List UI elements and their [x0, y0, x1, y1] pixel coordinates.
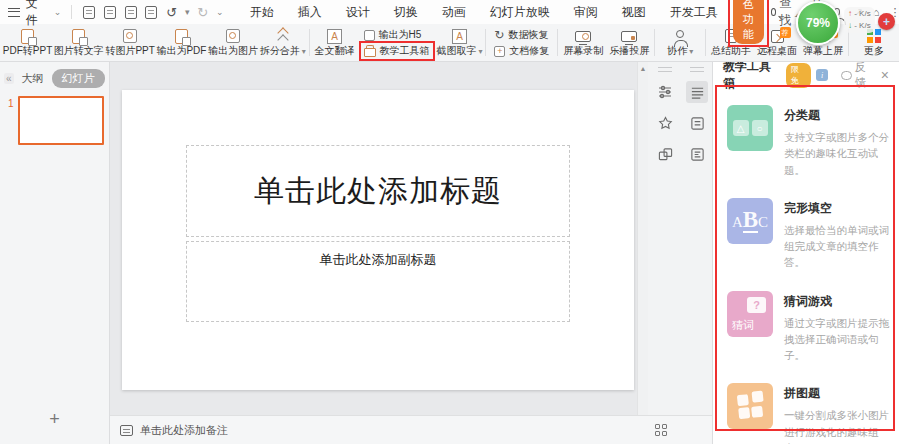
card-title: 猜词游戏 — [784, 293, 896, 310]
slide-thumbnail[interactable] — [18, 96, 104, 145]
notes-placeholder[interactable]: 单击此处添加备注 — [140, 423, 228, 438]
vertical-scrollbar[interactable]: ▲ — [637, 62, 648, 415]
percent-ball[interactable]: 79% — [796, 1, 840, 45]
teaching-toolbox-icon — [364, 48, 376, 57]
tab-transition[interactable]: 切换 — [382, 1, 430, 24]
card-desc: 支持文字或图片多个分类栏的趣味化互动试题。 — [784, 129, 896, 178]
undo-button[interactable]: ↺ — [164, 4, 179, 20]
doc-repair-icon — [494, 46, 505, 57]
slide-editor[interactable]: 单击此处添加标题 单击此处添加副标题 — [122, 90, 634, 390]
info-icon[interactable]: i — [816, 69, 828, 81]
image-to-text-button[interactable]: 图片转文字 — [53, 25, 105, 60]
pdf-to-ppt-button[interactable]: PDF转PPT — [2, 25, 53, 60]
notes-icon — [120, 425, 133, 436]
hamburger-menu-icon[interactable] — [8, 8, 20, 17]
pdf-to-ppt-label: PDF转PPT — [3, 44, 52, 58]
export-pdf-button[interactable]: 输出为PDF — [156, 25, 208, 60]
search-icon — [771, 8, 777, 16]
teaching-toolbox-panel: 教学工具箱 限免 i 反馈 × △○ 分类题 支持文字或图片多个分类栏的趣味化互… — [712, 62, 899, 444]
download-arrow-icon: ↓ — [848, 21, 852, 30]
card-title: 拼图题 — [784, 385, 896, 402]
object-properties-icon[interactable] — [654, 81, 676, 103]
undo-dropdown-icon[interactable]: ▾ — [185, 7, 190, 17]
image-to-text-label: 图片转文字 — [54, 44, 104, 58]
subtitle-placeholder[interactable]: 单击此处添加副标题 — [186, 241, 570, 322]
title-placeholder[interactable]: 单击此处添加标题 — [186, 145, 570, 237]
tab-home[interactable]: 开始 — [238, 1, 286, 24]
search-control[interactable]: 查找 — [771, 0, 794, 29]
output-button[interactable] — [123, 4, 138, 20]
card-desc: 通过文字或图片提示拖拽选择正确词语或句子。 — [784, 315, 896, 364]
to-image-ppt-label: 转图片PPT — [105, 44, 154, 58]
slide-number: 1 — [8, 98, 14, 109]
split-merge-label: 拆分合并▾ — [260, 44, 306, 58]
file-menu[interactable]: 文件 — [26, 0, 48, 29]
tab-design[interactable]: 设计 — [334, 1, 382, 24]
slide-thumbnail-panel: « 大纲 幻灯片 1 + — [0, 62, 110, 444]
floating-widget: ↑ - K/s ↓ - K/s 79% + — [794, 0, 899, 48]
card-classify[interactable]: △○ 分类题 支持文字或图片多个分类栏的趣味化互动试题。 — [713, 98, 899, 191]
to-image-ppt-icon — [123, 29, 137, 43]
search-label: 查找 — [779, 0, 793, 29]
wps-presentation-window: 文件 ⌄ ↺ ▾ ↻ ⌄ 开始 插入 设计 切换 动画 幻灯片放映 审阅 视图 … — [0, 0, 899, 444]
cloze-abc-icon: ABC — [727, 198, 773, 244]
pdf-to-ppt-icon — [21, 29, 34, 44]
tab-featured[interactable]: 特色功能 — [733, 0, 764, 44]
panel-body: △○ 分类题 支持文字或图片多个分类栏的趣味化互动试题。 ABC 完形填空 选择… — [713, 88, 899, 444]
export-image-label: 输出为图片 — [208, 44, 258, 58]
close-panel-icon[interactable]: × — [881, 68, 889, 82]
title-placeholder-text: 单击此处添加标题 — [254, 171, 502, 212]
teaching-toolbox-label: 教学工具箱 — [380, 44, 430, 58]
layout-pane-icon[interactable] — [686, 112, 708, 134]
export-pdf-label: 输出为PDF — [156, 44, 206, 58]
tab-view[interactable]: 视图 — [610, 1, 658, 24]
drag-handle-icon[interactable] — [690, 67, 704, 72]
feedback-bubble-icon — [841, 71, 852, 80]
toolbar-more-chevron-icon[interactable]: ⌄ — [216, 7, 224, 17]
card-puzzle[interactable]: 拼图题 一键分割成多张小图片进行游戏化的趣味组合。 — [713, 376, 899, 444]
ribbon-tabs: 开始 插入 设计 切换 动画 幻灯片放映 审阅 视图 开发工具 特色功能 查找 — [238, 0, 794, 46]
full-translate-label: 全文翻译 — [315, 44, 355, 58]
card-cloze[interactable]: ABC 完形填空 选择最恰当的单词或词组完成文章的填空作答。 — [713, 191, 899, 284]
card-desc: 一键分割成多张小图片进行游戏化的趣味组合。 — [784, 407, 896, 444]
classify-icon: △○ — [727, 105, 773, 151]
export-pdf-icon — [175, 29, 188, 44]
to-image-ppt-button[interactable]: 转图片PPT — [105, 25, 156, 60]
card-title: 完形填空 — [784, 200, 896, 217]
tab-animation[interactable]: 动画 — [430, 1, 478, 24]
free-badge: 限免 — [786, 63, 811, 88]
puzzle-icon — [727, 383, 773, 429]
tab-slides[interactable]: 幻灯片 — [52, 69, 105, 88]
effects-star-icon[interactable] — [654, 112, 676, 134]
plus-ball[interactable]: + — [878, 13, 895, 30]
tab-featured-wrapper: 特色功能 — [730, 0, 767, 46]
list-view-icon[interactable] — [686, 81, 708, 103]
tab-insert[interactable]: 插入 — [286, 1, 334, 24]
notes-status-bar: 单击此处添加备注 — [110, 415, 712, 444]
redo-button[interactable]: ↻ — [195, 4, 210, 20]
scroll-up-arrow-icon[interactable]: ▲ — [640, 65, 647, 415]
file-menu-chevron-icon[interactable]: ⌄ — [54, 7, 62, 17]
screenshot-text-label: 截图取字▾ — [437, 44, 483, 58]
tab-slideshow[interactable]: 幻灯片放映 — [478, 1, 562, 24]
center-column: 单击此处添加标题 单击此处添加副标题 ▲ — [110, 62, 712, 444]
tab-outline[interactable]: 大纲 — [22, 71, 44, 86]
menu-bar: 文件 ⌄ ↺ ▾ ↻ ⌄ 开始 插入 设计 切换 动画 幻灯片放映 审阅 视图 … — [0, 0, 899, 24]
print-button[interactable] — [103, 4, 118, 20]
slide-sorter-view-icon[interactable] — [655, 424, 668, 437]
shapes-icon[interactable] — [654, 143, 676, 165]
template-pane-icon[interactable] — [686, 143, 708, 165]
tab-developer[interactable]: 开发工具 — [658, 1, 730, 24]
save-button[interactable] — [82, 4, 97, 20]
guess-word-icon: ?猜词 — [727, 291, 773, 337]
drag-handle-icon[interactable] — [658, 67, 672, 72]
add-slide-button[interactable]: + — [0, 401, 109, 444]
feedback-button[interactable]: 反馈 — [841, 62, 876, 90]
card-title: 分类题 — [784, 107, 896, 124]
collapse-panel-icon[interactable]: « — [4, 73, 14, 84]
tab-review[interactable]: 审阅 — [562, 1, 610, 24]
upload-arrow-icon: ↑ — [848, 9, 852, 18]
print-preview-button[interactable] — [144, 4, 159, 20]
network-speed: ↑ - K/s ↓ - K/s — [844, 7, 875, 33]
card-guess-word[interactable]: ?猜词 猜词游戏 通过文字或图片提示拖拽选择正确词语或句子。 — [713, 284, 899, 377]
